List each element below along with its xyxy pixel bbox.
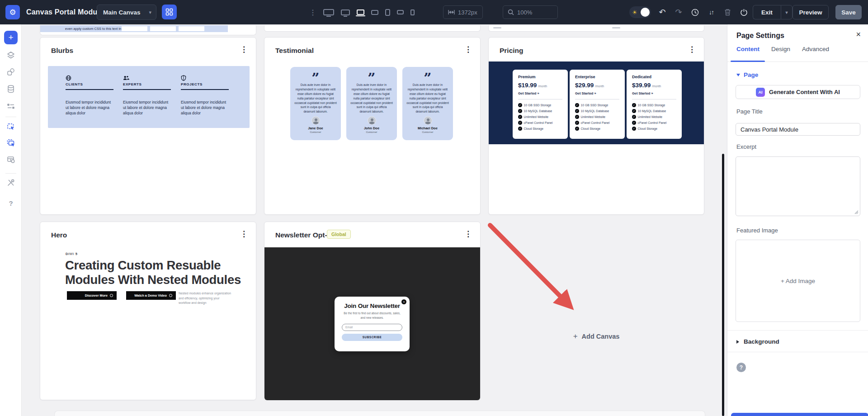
feature-item: ✓10 GB SSD Storage	[575, 103, 619, 107]
trash-button[interactable]	[722, 0, 733, 24]
testimonial-text: Duis aute irure dolor in reprehenderit i…	[402, 83, 453, 114]
select-canvas-icon[interactable]	[6, 138, 15, 147]
rail-divider	[5, 117, 16, 117]
kebab-menu-icon[interactable]: ⋮	[464, 45, 472, 54]
partial-card[interactable]	[264, 25, 481, 32]
grid-view-button[interactable]	[162, 5, 177, 19]
device-desktop-icon[interactable]	[341, 9, 350, 15]
tools-icon[interactable]	[6, 178, 15, 187]
blurb-item: EXPERTS Eiusmod tempor incididunt ut lab…	[123, 75, 172, 116]
partial-dash	[612, 27, 620, 28]
page-section-toggle[interactable]: Page	[736, 71, 758, 78]
bottom-action-button-edge[interactable]	[731, 413, 868, 416]
add-image-dropzone[interactable]: + Add Image	[736, 240, 860, 322]
left-icon-rail: +	[0, 24, 22, 416]
chevron-down-icon: ▾	[149, 9, 151, 15]
tab-advanced[interactable]: Advanced	[802, 46, 829, 52]
close-icon[interactable]: ×	[856, 30, 861, 39]
undo-button[interactable]: ↶	[656, 0, 668, 24]
device-laptop-icon-active[interactable]	[357, 9, 364, 15]
check-icon: ✓	[518, 127, 522, 131]
panel-scrollbar[interactable]	[722, 154, 724, 416]
module-card-hero[interactable]: Hero ⋮ DIVI 5 Creating Custom Resuable M…	[40, 222, 256, 400]
hero-note: Nested modules enhance organization and …	[179, 291, 231, 306]
partial-card-text-module[interactable]: even apply custom CSS to this text in th…	[40, 25, 256, 35]
divider	[575, 99, 619, 99]
settings-tabs: Content Design Advanced	[736, 46, 829, 52]
plan-period: /month	[652, 85, 661, 88]
exit-button[interactable]: Exit	[753, 5, 781, 19]
module-card-newsletter[interactable]: Newsletter Opt-in Global ⋮ × Join Our Ne…	[264, 222, 481, 400]
device-phone-landscape-icon[interactable]	[397, 10, 404, 14]
help-icon[interactable]: ?	[6, 199, 15, 208]
feature-item: ✓Unlimited Website	[518, 115, 562, 119]
pricing-plan: Premium $19.99 /month Get Started » ✓10 …	[513, 70, 568, 139]
resize-handle-icon[interactable]	[854, 210, 859, 214]
hero-button-demo[interactable]: Watch a Demo Video	[126, 291, 176, 300]
background-section-toggle[interactable]: Background	[736, 338, 779, 345]
viewport-width-field[interactable]: 1372px	[443, 5, 483, 19]
generate-ai-button[interactable]: AI Generate Content With AI	[736, 85, 860, 99]
zoom-magnifier-icon	[508, 9, 514, 15]
device-tablet-icon[interactable]	[385, 9, 390, 16]
preview-button[interactable]: Preview	[793, 5, 829, 19]
database-icon[interactable]	[6, 85, 15, 94]
device-phone-icon[interactable]	[410, 9, 415, 15]
design-presets-icon[interactable]	[6, 67, 15, 76]
excerpt-textarea[interactable]	[736, 156, 860, 216]
grid-icon	[165, 8, 173, 16]
layers-icon[interactable]	[6, 51, 15, 60]
testimonial-name: Michael Doe	[418, 126, 438, 130]
kebab-menu-icon[interactable]: ⋮	[240, 45, 248, 54]
feature-item: ✓Unlimited Website	[575, 115, 619, 119]
partial-cell	[150, 26, 176, 31]
feature-item: ✓10 MySQL Database	[518, 109, 562, 113]
exit-dropdown-button[interactable]: ▾	[781, 5, 793, 19]
theme-toggle[interactable]: ☀	[629, 6, 651, 18]
help-icon[interactable]: ?	[736, 363, 746, 372]
close-icon[interactable]: ×	[401, 299, 406, 304]
page-title-input[interactable]	[736, 123, 860, 136]
module-card-blurbs[interactable]: Blurbs ⋮ CLIENTS Eiusmod tempor incididu…	[40, 37, 256, 215]
canvas-selector-value: Main Canvas	[103, 9, 149, 16]
check-icon: ✓	[575, 127, 579, 131]
select-module-icon[interactable]	[6, 122, 15, 131]
tab-design[interactable]: Design	[771, 46, 790, 52]
feature-item: ✓10 GB SSD Storage	[632, 103, 676, 107]
feature-item: ✓cPanel Control Panel	[575, 121, 619, 125]
kebab-menu-icon[interactable]: ⋮	[464, 229, 472, 239]
next-row-edge[interactable]	[54, 411, 705, 416]
subscribe-button[interactable]: SUBSCRIBE	[342, 334, 402, 341]
canvas-selector-dropdown[interactable]: Main Canvas ▾	[97, 5, 156, 20]
save-button[interactable]: Save	[835, 5, 862, 19]
email-field[interactable]	[342, 324, 402, 331]
zoom-field[interactable]: 100%	[503, 5, 558, 19]
table-settings-icon[interactable]	[6, 155, 15, 164]
blurb-item: CLIENTS Eiusmod tempor incididunt ut lab…	[66, 75, 114, 116]
redo-button[interactable]: ↷	[673, 0, 684, 24]
check-icon: ✓	[575, 115, 579, 119]
module-card-pricing[interactable]: Pricing ⋮ Premium $19.99 /month Get Star…	[488, 37, 704, 215]
options-list-icon[interactable]	[6, 102, 15, 111]
check-icon: ✓	[632, 115, 636, 119]
module-title: Blurbs	[51, 47, 73, 55]
plan-period: /month	[595, 85, 604, 88]
device-desktop-large-icon[interactable]	[323, 9, 334, 15]
hero-button-discover[interactable]: Discover More	[67, 291, 117, 300]
partial-card[interactable]	[488, 25, 704, 32]
portability-button[interactable]	[738, 0, 750, 24]
kebab-menu-icon[interactable]: ⋮	[240, 229, 248, 239]
top-toolbar: ⚙ Canvas Portal Module Main Canvas ▾ ⋮ 1…	[0, 0, 868, 24]
add-image-label: + Add Image	[781, 278, 815, 284]
sort-order-button[interactable]: ↓↑	[705, 0, 717, 24]
drag-handle-icon[interactable]: ⋮	[309, 8, 316, 17]
builder-settings-button[interactable]: ⚙	[5, 5, 20, 19]
kebab-menu-icon[interactable]: ⋮	[688, 45, 696, 54]
history-button[interactable]	[689, 0, 701, 24]
add-module-button[interactable]: +	[4, 31, 18, 44]
newsletter-modal: × Join Our Newsletter Be the first to fi…	[335, 297, 410, 351]
device-tablet-landscape-icon[interactable]	[371, 10, 378, 15]
module-card-testimonial[interactable]: Testimonial ⋮ ” Duis aute irure dolor in…	[264, 37, 481, 215]
tab-content[interactable]: Content	[736, 46, 760, 52]
page-settings-panel: Page Settings × Content Design Advanced …	[727, 24, 868, 416]
